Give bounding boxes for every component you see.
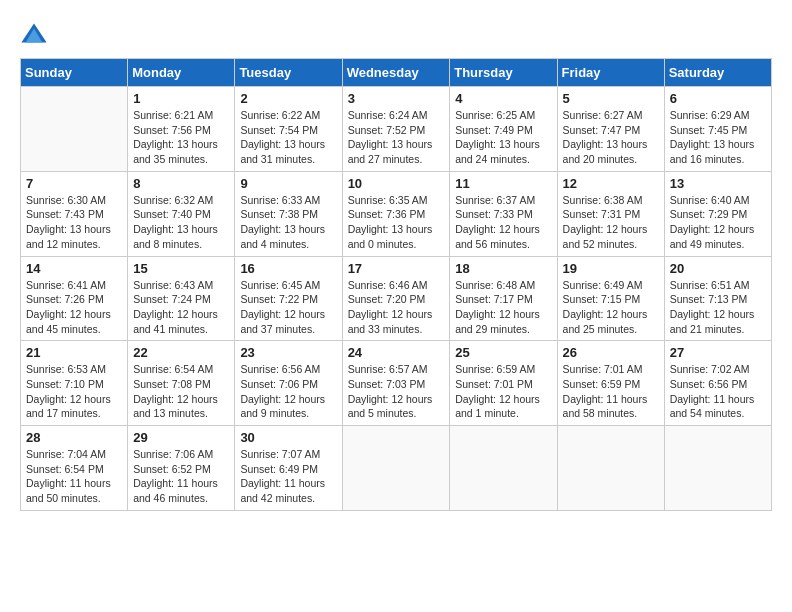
day-number: 12 <box>563 176 659 191</box>
calendar-cell <box>450 426 557 511</box>
day-number: 27 <box>670 345 766 360</box>
day-number: 21 <box>26 345 122 360</box>
calendar-cell: 5Sunrise: 6:27 AM Sunset: 7:47 PM Daylig… <box>557 87 664 172</box>
calendar-cell <box>21 87 128 172</box>
logo-icon <box>20 20 48 48</box>
day-number: 3 <box>348 91 445 106</box>
day-info: Sunrise: 6:40 AM Sunset: 7:29 PM Dayligh… <box>670 193 766 252</box>
day-number: 15 <box>133 261 229 276</box>
day-number: 10 <box>348 176 445 191</box>
day-of-week-header: Monday <box>128 59 235 87</box>
calendar-week-row: 28Sunrise: 7:04 AM Sunset: 6:54 PM Dayli… <box>21 426 772 511</box>
day-info: Sunrise: 7:06 AM Sunset: 6:52 PM Dayligh… <box>133 447 229 506</box>
day-info: Sunrise: 6:59 AM Sunset: 7:01 PM Dayligh… <box>455 362 551 421</box>
day-number: 2 <box>240 91 336 106</box>
day-of-week-header: Wednesday <box>342 59 450 87</box>
logo <box>20 20 52 48</box>
day-info: Sunrise: 6:49 AM Sunset: 7:15 PM Dayligh… <box>563 278 659 337</box>
day-number: 11 <box>455 176 551 191</box>
day-number: 14 <box>26 261 122 276</box>
day-number: 23 <box>240 345 336 360</box>
day-number: 7 <box>26 176 122 191</box>
day-number: 20 <box>670 261 766 276</box>
day-number: 24 <box>348 345 445 360</box>
day-info: Sunrise: 6:35 AM Sunset: 7:36 PM Dayligh… <box>348 193 445 252</box>
day-number: 26 <box>563 345 659 360</box>
calendar-cell: 16Sunrise: 6:45 AM Sunset: 7:22 PM Dayli… <box>235 256 342 341</box>
day-of-week-header: Saturday <box>664 59 771 87</box>
day-number: 25 <box>455 345 551 360</box>
day-of-week-header: Thursday <box>450 59 557 87</box>
day-number: 17 <box>348 261 445 276</box>
day-of-week-header: Tuesday <box>235 59 342 87</box>
day-info: Sunrise: 6:48 AM Sunset: 7:17 PM Dayligh… <box>455 278 551 337</box>
calendar-week-row: 1Sunrise: 6:21 AM Sunset: 7:56 PM Daylig… <box>21 87 772 172</box>
day-info: Sunrise: 6:51 AM Sunset: 7:13 PM Dayligh… <box>670 278 766 337</box>
calendar-table: SundayMondayTuesdayWednesdayThursdayFrid… <box>20 58 772 511</box>
calendar-cell: 3Sunrise: 6:24 AM Sunset: 7:52 PM Daylig… <box>342 87 450 172</box>
calendar-cell: 30Sunrise: 7:07 AM Sunset: 6:49 PM Dayli… <box>235 426 342 511</box>
calendar-cell: 9Sunrise: 6:33 AM Sunset: 7:38 PM Daylig… <box>235 171 342 256</box>
day-number: 19 <box>563 261 659 276</box>
day-info: Sunrise: 7:02 AM Sunset: 6:56 PM Dayligh… <box>670 362 766 421</box>
calendar-cell: 24Sunrise: 6:57 AM Sunset: 7:03 PM Dayli… <box>342 341 450 426</box>
calendar-week-row: 14Sunrise: 6:41 AM Sunset: 7:26 PM Dayli… <box>21 256 772 341</box>
calendar-cell: 29Sunrise: 7:06 AM Sunset: 6:52 PM Dayli… <box>128 426 235 511</box>
day-info: Sunrise: 6:46 AM Sunset: 7:20 PM Dayligh… <box>348 278 445 337</box>
calendar-cell: 13Sunrise: 6:40 AM Sunset: 7:29 PM Dayli… <box>664 171 771 256</box>
page-header <box>20 20 772 48</box>
day-number: 8 <box>133 176 229 191</box>
calendar-cell: 4Sunrise: 6:25 AM Sunset: 7:49 PM Daylig… <box>450 87 557 172</box>
calendar-week-row: 7Sunrise: 6:30 AM Sunset: 7:43 PM Daylig… <box>21 171 772 256</box>
day-info: Sunrise: 6:32 AM Sunset: 7:40 PM Dayligh… <box>133 193 229 252</box>
day-number: 6 <box>670 91 766 106</box>
day-number: 13 <box>670 176 766 191</box>
day-number: 16 <box>240 261 336 276</box>
calendar-cell: 21Sunrise: 6:53 AM Sunset: 7:10 PM Dayli… <box>21 341 128 426</box>
calendar-cell <box>557 426 664 511</box>
calendar-cell: 8Sunrise: 6:32 AM Sunset: 7:40 PM Daylig… <box>128 171 235 256</box>
calendar-cell: 1Sunrise: 6:21 AM Sunset: 7:56 PM Daylig… <box>128 87 235 172</box>
calendar-cell <box>342 426 450 511</box>
day-number: 5 <box>563 91 659 106</box>
calendar-cell: 22Sunrise: 6:54 AM Sunset: 7:08 PM Dayli… <box>128 341 235 426</box>
day-info: Sunrise: 6:30 AM Sunset: 7:43 PM Dayligh… <box>26 193 122 252</box>
day-info: Sunrise: 6:27 AM Sunset: 7:47 PM Dayligh… <box>563 108 659 167</box>
calendar-cell: 14Sunrise: 6:41 AM Sunset: 7:26 PM Dayli… <box>21 256 128 341</box>
calendar-cell: 25Sunrise: 6:59 AM Sunset: 7:01 PM Dayli… <box>450 341 557 426</box>
day-info: Sunrise: 6:21 AM Sunset: 7:56 PM Dayligh… <box>133 108 229 167</box>
day-number: 30 <box>240 430 336 445</box>
day-info: Sunrise: 6:57 AM Sunset: 7:03 PM Dayligh… <box>348 362 445 421</box>
day-info: Sunrise: 6:22 AM Sunset: 7:54 PM Dayligh… <box>240 108 336 167</box>
calendar-cell: 11Sunrise: 6:37 AM Sunset: 7:33 PM Dayli… <box>450 171 557 256</box>
day-info: Sunrise: 6:38 AM Sunset: 7:31 PM Dayligh… <box>563 193 659 252</box>
day-number: 29 <box>133 430 229 445</box>
calendar-cell: 10Sunrise: 6:35 AM Sunset: 7:36 PM Dayli… <box>342 171 450 256</box>
calendar-cell: 19Sunrise: 6:49 AM Sunset: 7:15 PM Dayli… <box>557 256 664 341</box>
day-number: 9 <box>240 176 336 191</box>
calendar-cell: 20Sunrise: 6:51 AM Sunset: 7:13 PM Dayli… <box>664 256 771 341</box>
day-number: 4 <box>455 91 551 106</box>
day-number: 28 <box>26 430 122 445</box>
calendar-header-row: SundayMondayTuesdayWednesdayThursdayFrid… <box>21 59 772 87</box>
calendar-cell: 26Sunrise: 7:01 AM Sunset: 6:59 PM Dayli… <box>557 341 664 426</box>
day-of-week-header: Friday <box>557 59 664 87</box>
day-info: Sunrise: 7:04 AM Sunset: 6:54 PM Dayligh… <box>26 447 122 506</box>
day-info: Sunrise: 6:54 AM Sunset: 7:08 PM Dayligh… <box>133 362 229 421</box>
day-info: Sunrise: 7:01 AM Sunset: 6:59 PM Dayligh… <box>563 362 659 421</box>
day-info: Sunrise: 6:53 AM Sunset: 7:10 PM Dayligh… <box>26 362 122 421</box>
calendar-cell: 28Sunrise: 7:04 AM Sunset: 6:54 PM Dayli… <box>21 426 128 511</box>
calendar-cell: 27Sunrise: 7:02 AM Sunset: 6:56 PM Dayli… <box>664 341 771 426</box>
day-info: Sunrise: 6:25 AM Sunset: 7:49 PM Dayligh… <box>455 108 551 167</box>
calendar-cell <box>664 426 771 511</box>
calendar-cell: 6Sunrise: 6:29 AM Sunset: 7:45 PM Daylig… <box>664 87 771 172</box>
day-info: Sunrise: 6:43 AM Sunset: 7:24 PM Dayligh… <box>133 278 229 337</box>
day-info: Sunrise: 6:33 AM Sunset: 7:38 PM Dayligh… <box>240 193 336 252</box>
calendar-cell: 2Sunrise: 6:22 AM Sunset: 7:54 PM Daylig… <box>235 87 342 172</box>
day-info: Sunrise: 6:41 AM Sunset: 7:26 PM Dayligh… <box>26 278 122 337</box>
calendar-cell: 17Sunrise: 6:46 AM Sunset: 7:20 PM Dayli… <box>342 256 450 341</box>
day-info: Sunrise: 6:29 AM Sunset: 7:45 PM Dayligh… <box>670 108 766 167</box>
day-number: 22 <box>133 345 229 360</box>
day-info: Sunrise: 6:56 AM Sunset: 7:06 PM Dayligh… <box>240 362 336 421</box>
calendar-cell: 15Sunrise: 6:43 AM Sunset: 7:24 PM Dayli… <box>128 256 235 341</box>
